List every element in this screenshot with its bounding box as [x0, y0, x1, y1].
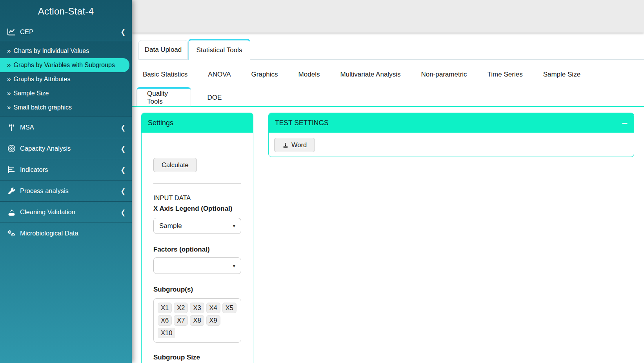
- tab-label: Statistical Tools: [196, 46, 242, 54]
- chevron-left-icon: ❮: [120, 123, 126, 131]
- sidebar-section-msa[interactable]: MSA ❮: [0, 117, 132, 138]
- wrench-icon: [6, 187, 16, 195]
- sidebar-section-capacity-analysis[interactable]: Capacity Analysis ❮: [0, 138, 132, 159]
- subgroup-chip-x3[interactable]: X3: [190, 303, 204, 313]
- chevron-down-icon: ▾: [233, 223, 235, 229]
- input-data-heading: INPUT DATA: [153, 194, 241, 202]
- chevron-left-icon: ❮: [120, 144, 126, 153]
- tab-models[interactable]: Models: [288, 67, 330, 82]
- word-export-button[interactable]: Word: [274, 138, 315, 152]
- sidebar-item-sample-size[interactable]: » Sample Size: [0, 86, 132, 100]
- sidebar-section-label: Capacity Analysis: [20, 145, 71, 152]
- calculate-button[interactable]: Calculate: [153, 158, 197, 172]
- chevron-left-icon: ❮: [120, 187, 126, 195]
- settings-panel-header: Settings: [142, 113, 253, 133]
- tab-content-top-border: [132, 106, 644, 107]
- chart-line-icon: [6, 28, 16, 36]
- chevron-down-icon: ▾: [233, 263, 235, 269]
- bullseye-icon: [6, 144, 16, 153]
- settings-panel: Settings Calculate INPUT DATA X Axis Leg…: [141, 113, 253, 363]
- selected-value: Sample: [159, 222, 182, 230]
- tab-statistical-tools[interactable]: Statistical Tools: [188, 39, 250, 60]
- sidebar-section-process-analysis[interactable]: Process analysis ❮: [0, 180, 132, 201]
- settings-panel-body: Calculate INPUT DATA X Axis Legend (Opti…: [142, 147, 253, 363]
- tab-label: Data Upload: [145, 46, 182, 54]
- subgroup-chip-x7[interactable]: X7: [174, 315, 188, 326]
- sidebar-section-cep[interactable]: CEP ❮: [0, 23, 132, 41]
- double-chevron-icon: »: [7, 47, 10, 55]
- settings-panel-title: Settings: [148, 119, 173, 127]
- double-chevron-icon: »: [7, 61, 10, 69]
- x-axis-legend-select[interactable]: Sample ▾: [153, 218, 241, 234]
- broadcast-tower-icon: [6, 124, 16, 131]
- x-axis-legend-label: X Axis Legend (Optional): [153, 205, 241, 213]
- test-settings-panel: TEST SETTINGS – Word: [268, 113, 634, 157]
- sidebar-item-charts-individual-values[interactable]: » Charts by Individual Values: [0, 44, 132, 58]
- test-settings-title: TEST SETTINGS: [275, 119, 329, 127]
- tab-doe[interactable]: DOE: [191, 89, 238, 106]
- tab-multivariate-analysis[interactable]: Multivariate Analysis: [330, 67, 411, 82]
- download-icon: [282, 142, 289, 148]
- test-settings-body: Word: [269, 133, 634, 157]
- tab-data-upload[interactable]: Data Upload: [138, 40, 188, 60]
- main-content: Data Upload Statistical Tools Basic Stat…: [132, 0, 644, 363]
- tab-graphics[interactable]: Graphics: [241, 67, 288, 82]
- subgroups-label: Subgroup(s): [153, 286, 241, 294]
- sidebar-item-label: Graphs by Variables with Subgroups: [13, 62, 115, 69]
- sidebar: Action-Stat-4 CEP ❮ » Charts by Individu…: [0, 0, 132, 363]
- sidebar-item-label: Small batch graphics: [13, 104, 72, 111]
- chart-bar-icon: [6, 166, 16, 173]
- subgroup-size-label: Subgroup Size: [153, 354, 241, 361]
- subgroup-chip-x1[interactable]: X1: [158, 303, 172, 313]
- statistical-tools-tabbar: Basic Statistics ANOVA Graphics Models M…: [133, 67, 591, 82]
- sidebar-section-label: Process analysis: [20, 187, 69, 195]
- chevron-left-icon: ❮: [120, 28, 126, 36]
- sidebar-section-cleaning-validation[interactable]: Cleaning Validation ❮: [0, 201, 132, 223]
- sidebar-item-label: Charts by Individual Values: [13, 47, 89, 55]
- sidebar-item-graphs-variables-subgroups[interactable]: » Graphs by Variables with Subgroups: [0, 58, 129, 72]
- top-header-band: [132, 0, 644, 33]
- collapse-minus-icon[interactable]: –: [622, 119, 628, 127]
- tab-time-series[interactable]: Time Series: [477, 67, 533, 82]
- sidebar-section-label: Cleaning Validation: [20, 208, 75, 216]
- sidebar-item-label: Graphs by Attributes: [13, 76, 70, 83]
- double-chevron-icon: »: [7, 89, 10, 97]
- factors-select[interactable]: ▾: [153, 257, 241, 274]
- double-chevron-icon: »: [7, 104, 10, 111]
- tab-quality-tools[interactable]: Quality Tools: [136, 87, 191, 106]
- sidebar-section-indicators[interactable]: Indicators ❮: [0, 159, 132, 180]
- subgroups-chip-list: X1 X2 X3 X4 X5 X6 X7 X8 X9 X10: [153, 298, 241, 343]
- subgroup-chip-x9[interactable]: X9: [206, 315, 220, 326]
- word-button-label: Word: [291, 141, 307, 149]
- sidebar-section-label: CEP: [20, 28, 33, 36]
- sidebar-item-small-batch-graphics[interactable]: » Small batch graphics: [0, 100, 132, 115]
- sidebar-section-label: MSA: [20, 124, 34, 131]
- tab-sample-size[interactable]: Sample Size: [533, 67, 591, 82]
- tab-non-parametric[interactable]: Non-parametric: [411, 67, 477, 82]
- chevron-left-icon: ❮: [120, 208, 126, 216]
- double-chevron-icon: »: [7, 75, 10, 83]
- tab-basic-statistics[interactable]: Basic Statistics: [133, 67, 198, 82]
- subgroup-chip-x8[interactable]: X8: [190, 315, 204, 326]
- tab-anova[interactable]: ANOVA: [198, 67, 241, 82]
- subgroup-chip-x2[interactable]: X2: [174, 303, 188, 313]
- app-title: Action-Stat-4: [0, 0, 132, 23]
- subgroup-chip-x5[interactable]: X5: [222, 303, 236, 313]
- sidebar-section-microbiological-data[interactable]: Microbiological Data: [0, 223, 132, 244]
- sidebar-section-label: Indicators: [20, 166, 48, 173]
- sidebar-item-label: Sample Size: [13, 90, 49, 97]
- divider: [153, 147, 241, 147]
- subgroup-chip-x10[interactable]: X10: [158, 328, 175, 338]
- sidebar-item-graphs-attributes[interactable]: » Graphs by Attributes: [0, 72, 132, 86]
- test-settings-header: TEST SETTINGS –: [269, 113, 634, 133]
- soap-icon: [6, 208, 16, 216]
- factors-label: Factors (optional): [153, 246, 241, 254]
- subgroup-chip-x4[interactable]: X4: [206, 303, 220, 313]
- chevron-left-icon: ❮: [120, 166, 126, 174]
- divider: [153, 183, 241, 184]
- subgroup-chip-x6[interactable]: X6: [158, 315, 172, 326]
- sidebar-section-label: Microbiological Data: [20, 230, 78, 237]
- bacteria-icon: [6, 230, 16, 237]
- cep-submenu: » Charts by Individual Values » Graphs b…: [0, 41, 132, 117]
